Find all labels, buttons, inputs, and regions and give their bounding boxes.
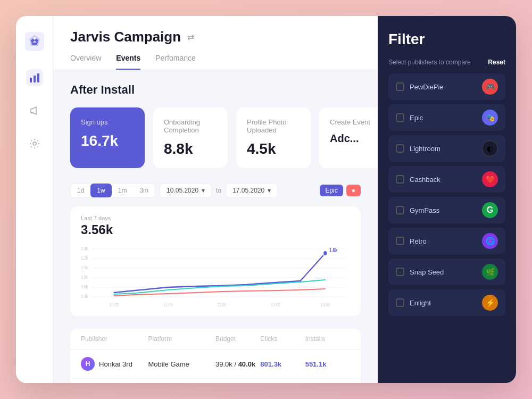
svg-text:1.6k: 1.6k bbox=[329, 247, 337, 253]
publisher-item-gympass[interactable]: GymPass G bbox=[388, 197, 505, 223]
metric-card-event: Create Event Adc... bbox=[319, 107, 378, 168]
svg-text:14.05: 14.05 bbox=[321, 302, 330, 307]
time-btn-1d[interactable]: 1d bbox=[71, 184, 90, 197]
data-table: Publisher Platform Budget Clicks Install… bbox=[70, 329, 361, 383]
svg-text:0.6k: 0.6k bbox=[81, 284, 88, 289]
table-row: P PewDiePie Mobile Game 36.0k / 60.5k 56… bbox=[70, 379, 361, 383]
svg-rect-6 bbox=[34, 76, 36, 82]
time-btn-1m[interactable]: 1m bbox=[112, 184, 134, 197]
svg-point-8 bbox=[33, 142, 36, 145]
svg-text:12.05: 12.05 bbox=[217, 302, 227, 307]
filter-panel: Filter Select publishers to compare Rese… bbox=[378, 16, 516, 383]
publisher-avatar-honkai: H bbox=[81, 357, 95, 371]
publisher-checkbox-retro[interactable] bbox=[396, 237, 404, 245]
publisher-item-retro[interactable]: Retro 🌐 bbox=[388, 228, 505, 254]
publisher-icon-cashback: ❤️ bbox=[482, 171, 498, 187]
publisher-checkbox-snapseed[interactable] bbox=[396, 268, 404, 276]
svg-text:1.0k: 1.0k bbox=[81, 265, 88, 270]
tab-events[interactable]: Events bbox=[116, 54, 140, 70]
publisher-icon-lightroom: ◐ bbox=[482, 140, 498, 156]
publisher-icon-pewdiepie: 🎮 bbox=[482, 79, 498, 95]
metric-card-photo: Profile Photo Uploaded 4.5k bbox=[236, 107, 311, 168]
publisher-item-pewdiepie[interactable]: PewDiePie 🎮 bbox=[388, 73, 505, 100]
date-range-from[interactable]: 10.05.2020 ▾ bbox=[160, 183, 212, 198]
svg-text:11.05: 11.05 bbox=[163, 302, 173, 307]
svg-text:1.2k: 1.2k bbox=[81, 255, 88, 261]
publisher-name-lightroom: Lightroom bbox=[410, 145, 440, 153]
publisher-item-lightroom[interactable]: Lightroom ◐ bbox=[388, 135, 505, 162]
sidebar bbox=[16, 16, 53, 383]
publisher-checkbox-cashback[interactable] bbox=[396, 175, 404, 184]
chart-area: Last 7 days 3.56k 1.4k 1.2k 1.0k 0.8k 0.… bbox=[70, 206, 361, 316]
clicks-cell-1: 801.3k bbox=[260, 360, 305, 368]
col-publisher: Publisher bbox=[81, 335, 148, 343]
publisher-icon-enlight: ⚡ bbox=[482, 295, 498, 311]
tab-performance[interactable]: Perfomance bbox=[155, 54, 195, 70]
content-area: Jarvis Campaign ⇄ Overview Events Perfom… bbox=[53, 16, 378, 383]
swap-icon[interactable]: ⇄ bbox=[187, 32, 194, 42]
publisher-name-snapseed: Snap Seed bbox=[410, 268, 444, 276]
table-header-row: Publisher Platform Budget Clicks Install… bbox=[70, 329, 361, 350]
svg-point-3 bbox=[33, 37, 36, 40]
budget-value-1: 39.0k / bbox=[215, 360, 238, 368]
publisher-icon-retro: 🌐 bbox=[482, 233, 498, 249]
date-range-separator: to bbox=[216, 187, 221, 194]
svg-rect-7 bbox=[37, 73, 39, 82]
nav-tabs: Overview Events Perfomance bbox=[70, 54, 361, 70]
tab-overview[interactable]: Overview bbox=[70, 54, 101, 70]
time-btn-3m[interactable]: 3m bbox=[133, 184, 155, 197]
chart-subtitle: Last 7 days bbox=[81, 215, 350, 221]
header: Jarvis Campaign ⇄ Overview Events Perfom… bbox=[53, 16, 378, 70]
publisher-icon-snapseed: 🌿 bbox=[482, 264, 498, 280]
svg-point-26 bbox=[323, 251, 327, 256]
publisher-tag-epic[interactable]: Epic bbox=[320, 185, 343, 196]
date-range-to[interactable]: 17.05.2020 ▾ bbox=[226, 183, 278, 198]
publisher-item-enlight[interactable]: Enlight ⚡ bbox=[388, 289, 505, 316]
publisher-icon-gympass: G bbox=[482, 202, 498, 218]
metric-label-onboarding: Onboarding Completion bbox=[164, 118, 217, 134]
filter-title: Filter bbox=[388, 31, 505, 48]
metric-label-signups: Sign ups bbox=[81, 118, 134, 126]
page-title: Jarvis Campaign bbox=[70, 29, 181, 45]
metric-value-onboarding: 8.8k bbox=[164, 140, 217, 157]
publisher-item-epic[interactable]: Epic 🎭 bbox=[388, 104, 505, 131]
publisher-filter-tags: Epic ● bbox=[320, 185, 361, 196]
metric-label-event: Create Event bbox=[330, 118, 378, 126]
chevron-down-icon-2: ▾ bbox=[268, 187, 271, 194]
publisher-name-gympass: GymPass bbox=[410, 206, 439, 214]
publisher-checkbox-pewdiepie[interactable] bbox=[396, 82, 404, 91]
publisher-checkbox-epic[interactable] bbox=[396, 113, 404, 122]
publisher-name-enlight: Enlight bbox=[410, 299, 431, 307]
publisher-cell-honkai: H Honkai 3rd bbox=[81, 357, 148, 371]
sidebar-item-chart[interactable] bbox=[26, 69, 43, 86]
col-installs: Installs bbox=[305, 335, 350, 343]
filter-subtitle: Select publishers to compare bbox=[388, 59, 471, 66]
publisher-item-snapseed[interactable]: Snap Seed 🌿 bbox=[388, 259, 505, 285]
metric-value-signups: 16.7k bbox=[81, 132, 134, 149]
date-from-value: 10.05.2020 bbox=[167, 187, 198, 194]
section-title: After Install bbox=[70, 83, 361, 97]
publisher-item-cashback[interactable]: Cashback ❤️ bbox=[388, 166, 505, 193]
chevron-down-icon: ▾ bbox=[202, 187, 205, 194]
svg-text:0.8k: 0.8k bbox=[81, 275, 88, 280]
svg-text:13.05: 13.05 bbox=[271, 302, 280, 307]
svg-text:1.4k: 1.4k bbox=[81, 246, 88, 251]
time-filter-group: 1d 1w 1m 3m bbox=[70, 183, 155, 198]
publisher-checkbox-gympass[interactable] bbox=[396, 206, 404, 214]
sidebar-item-settings[interactable] bbox=[26, 135, 43, 152]
time-btn-1w[interactable]: 1w bbox=[90, 184, 111, 197]
svg-text:10.05: 10.05 bbox=[110, 302, 119, 307]
sidebar-item-megaphone[interactable] bbox=[26, 102, 43, 119]
svg-rect-5 bbox=[30, 78, 32, 82]
sidebar-logo bbox=[25, 32, 44, 53]
publisher-tag-extra[interactable]: ● bbox=[346, 185, 361, 196]
col-platform: Platform bbox=[148, 335, 216, 343]
publisher-name-honkai: Honkai 3rd bbox=[99, 360, 132, 368]
budget-cell-1: 39.0k / 40.0k bbox=[215, 360, 260, 368]
publisher-checkbox-lightroom[interactable] bbox=[396, 144, 404, 153]
chart-svg: 1.4k 1.2k 1.0k 0.8k 0.6k 0.4k bbox=[81, 244, 350, 307]
metric-card-signups: Sign ups 16.7k bbox=[70, 107, 145, 168]
reset-button[interactable]: Reset bbox=[488, 59, 505, 66]
publisher-checkbox-enlight[interactable] bbox=[396, 298, 404, 307]
col-clicks: Clicks bbox=[260, 335, 305, 343]
